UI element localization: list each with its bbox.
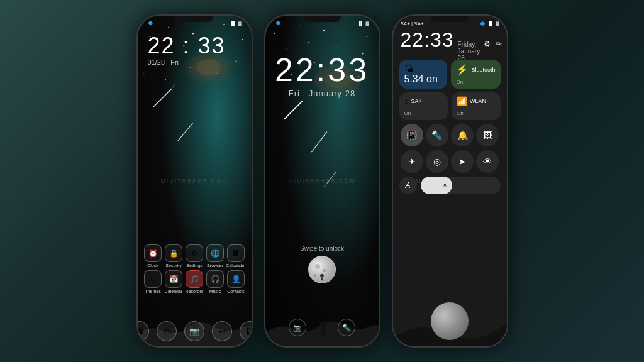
cc-btn-vibrate[interactable]: 📳 (401, 124, 423, 146)
cc-btn-bell[interactable]: 🔔 (451, 124, 474, 146)
home-time-display: 22 : 33 (148, 35, 226, 57)
home-date-month: 01/28 (148, 58, 165, 66)
cc-bt-icon: 🔷 (480, 21, 486, 26)
home-clock: 22 : 33 01/28 Fri (148, 35, 226, 66)
cc-btn-location[interactable]: ➤ (451, 150, 474, 173)
calendar-icon: 📅 (165, 270, 182, 288)
dock-back[interactable]: ↩ (212, 321, 232, 341)
app-calendar[interactable]: 📅 Calendar (164, 270, 184, 293)
app-calculator[interactable]: 🖩 Calculator (226, 244, 247, 268)
cc-tile-wlan[interactable]: 📶 WLAN Off (452, 92, 501, 120)
bluetooth-icon-2: 🔷 (275, 21, 281, 26)
app-settings[interactable]: ⚙ Settings (184, 244, 205, 268)
dock-phone[interactable]: ☎ (138, 321, 150, 341)
bt-label: Bluetooth (471, 67, 495, 73)
settings-label: Settings (186, 263, 202, 268)
wlan-tile-top: 📶 WLAN (457, 96, 496, 106)
cc-edit-icon[interactable]: ✏ (496, 40, 502, 48)
wlan-icon: 📶 (457, 96, 467, 106)
svg-point-8 (235, 60, 236, 62)
security-icon: 🔒 (165, 244, 182, 262)
cc-moon-area (431, 302, 469, 340)
cc-btn-eye[interactable]: 👁 (476, 150, 499, 173)
svg-point-23 (323, 30, 324, 31)
weather-value: 5.34 on (404, 74, 443, 85)
cc-status-bar: SA+ | SA+ 🔷 ▐▌ ▓ (393, 21, 507, 26)
lock-time-display: 22:33 (275, 53, 369, 86)
battery-icon: ▓ (238, 21, 241, 26)
svg-point-28 (335, 47, 336, 48)
svg-rect-43 (321, 277, 323, 280)
cc-tiles-row-1: 🌤 5.34 on ⚡ Bluetooth On (399, 60, 501, 89)
themes-label: Themes (145, 289, 160, 293)
flashlight-shortcut[interactable]: 🔦 (338, 319, 355, 336)
dock-camera[interactable]: 📷 (184, 321, 204, 341)
svg-point-26 (286, 48, 287, 49)
cc-tile-bluetooth[interactable]: ⚡ Bluetooth On (451, 60, 500, 89)
phone-3-screen: SA+ | SA+ 🔷 ▐▌ ▓ 22:33 Friday, January 2… (393, 16, 507, 346)
weather-tile-top: 🌤 (404, 63, 443, 74)
bt-icon: ⚡ (456, 63, 469, 75)
recorder-label: Recorder (186, 289, 204, 293)
cc-tiles-row-2: ↕ SA+ On 📶 WLAN Off (399, 92, 501, 120)
swipe-unlock[interactable]: Swipe to unlock (300, 245, 344, 283)
cc-header: 22:33 Friday, January 28 ⚙ ✏ (401, 28, 499, 62)
svg-point-21 (274, 33, 275, 34)
cc-round-row-2: ✈ ◎ ➤ 👁 (399, 150, 501, 173)
cc-settings-icon[interactable]: ⚙ (484, 40, 491, 48)
cc-carrier: SA+ | SA+ (401, 21, 424, 26)
cc-tile-sa[interactable]: ↕ SA+ On (399, 92, 448, 120)
cc-moon-circle (431, 302, 469, 340)
power-button-2[interactable] (379, 91, 380, 123)
app-themes[interactable]: ☆ Themes (143, 270, 164, 293)
svg-line-37 (284, 101, 302, 119)
power-button-3[interactable] (507, 91, 508, 123)
svg-line-39 (323, 172, 336, 187)
status2-left: 🔷 (275, 21, 281, 26)
svg-line-18 (177, 123, 192, 141)
cc-btn-screenshot[interactable]: 🖼 (476, 124, 499, 146)
phone-2-lock: 🔷 ▐▌ ▓ 22:33 Fri , January 28 Swipe to u… (264, 14, 380, 348)
battery-icon-2: ▓ (365, 21, 369, 26)
app-grid: ⏰ Clock 🔒 Security ⚙ Settings 🌐 Browser … (138, 244, 252, 296)
phone-2-screen: 🔷 ▐▌ ▓ 22:33 Fri , January 28 Swipe to u… (265, 16, 379, 346)
sa-tile-top: ↕ SA+ (404, 96, 443, 106)
swipe-text: Swipe to unlock (300, 245, 344, 252)
brightness-fill: ☀ (421, 177, 453, 194)
app-browser[interactable]: 🌐 Browser (205, 244, 226, 268)
dock-gallery[interactable]: 🖼 (240, 321, 252, 341)
themes-icon: ☆ (144, 270, 162, 288)
browser-label: Browser (207, 263, 223, 268)
clock-label: Clock (147, 263, 158, 268)
app-contacts[interactable]: 👤 Contacts (226, 270, 247, 293)
recorder-icon: 🎵 (186, 270, 203, 288)
svg-point-10 (165, 79, 166, 80)
svg-point-25 (366, 36, 367, 37)
cc-btn-airplane[interactable]: ✈ (401, 150, 423, 173)
camera-shortcut[interactable]: 📷 (289, 319, 306, 336)
moon-circle (308, 256, 336, 283)
signal-icon: ▐▌ (230, 21, 236, 26)
svg-point-42 (320, 274, 324, 278)
cc-tile-weather[interactable]: 🌤 5.34 on (399, 60, 448, 89)
wlan-sub: Off (457, 111, 496, 116)
cc-battery-icon: ▓ (496, 21, 499, 26)
cc-status-right: 🔷 ▐▌ ▓ (480, 21, 499, 26)
auto-brightness-toggle[interactable]: A (399, 177, 417, 194)
cc-brightness-row: A ☀ (399, 177, 501, 194)
sa-icon: ↕ (404, 96, 409, 106)
app-music[interactable]: 🎧 Music (205, 270, 226, 293)
app-security[interactable]: 🔒 Security (164, 244, 184, 268)
brightness-slider[interactable]: ☀ (421, 177, 501, 194)
dock-home[interactable]: ⊙ (157, 321, 177, 341)
status-right-icons: ▐▌ ▓ (230, 21, 241, 26)
app-recorder[interactable]: 🎵 Recorder (184, 270, 205, 293)
cc-btn-autorotate[interactable]: ◎ (426, 150, 448, 173)
power-button[interactable] (252, 91, 253, 123)
contacts-label: Contacts (227, 289, 245, 293)
cc-btn-torch[interactable]: 🔦 (426, 124, 448, 146)
app-clock[interactable]: ⏰ Clock (143, 244, 164, 268)
bt-sub: On (456, 79, 495, 85)
home-date-day: Fri (170, 58, 179, 66)
svg-point-30 (270, 67, 270, 67)
